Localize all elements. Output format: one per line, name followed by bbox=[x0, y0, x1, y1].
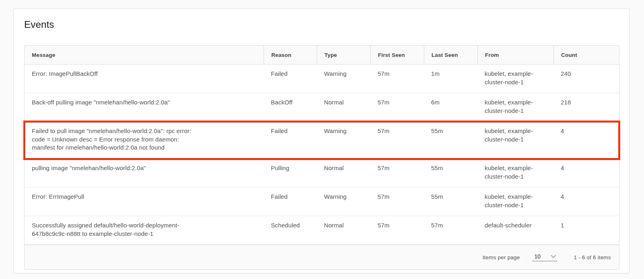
cell-first-seen: 57m bbox=[370, 159, 424, 187]
cell-from: kubelet, example-cluster-node-1 bbox=[477, 187, 553, 216]
cell-reason: Failed bbox=[264, 65, 317, 93]
column-header-from: From bbox=[477, 46, 553, 64]
table-row: Back-off pulling image "nmelehan/hello-w… bbox=[25, 93, 619, 122]
cell-first-seen: 57m bbox=[370, 187, 424, 216]
cell-message: Error: ImagePullBackOff bbox=[25, 65, 264, 93]
cell-type: Warning bbox=[317, 65, 370, 93]
cell-count: 4 bbox=[553, 187, 619, 216]
cell-first-seen: 57m bbox=[370, 93, 424, 121]
cell-type: Warning bbox=[317, 122, 370, 158]
column-header-last-seen: Last Seen bbox=[424, 46, 477, 64]
cell-message: pulling image "nmelehan/hello-world:2.0a… bbox=[25, 159, 264, 187]
cell-type: Normal bbox=[317, 216, 370, 244]
page-title: Events bbox=[24, 19, 619, 30]
cell-first-seen: 57m bbox=[370, 216, 424, 244]
cell-last-seen: 1m bbox=[424, 65, 477, 93]
cell-last-seen: 57m bbox=[424, 216, 477, 244]
cell-from: kubelet, example-cluster-node-1 bbox=[477, 159, 553, 187]
table-footer: Items per page 10 1 - 6 of 6 items bbox=[25, 245, 619, 269]
chevron-down-icon bbox=[551, 255, 556, 258]
cell-reason: Failed bbox=[264, 122, 317, 158]
cell-from: kubelet, example-cluster-node-1 bbox=[477, 122, 553, 158]
cell-count: 4 bbox=[553, 159, 619, 187]
cell-reason: Scheduled bbox=[264, 216, 317, 244]
cell-type: Normal bbox=[317, 93, 370, 121]
column-header-count: Count bbox=[553, 46, 619, 64]
column-header-message: Message bbox=[25, 46, 264, 64]
cell-message: Successfully assigned default/hello-worl… bbox=[25, 216, 264, 244]
cell-count: 240 bbox=[553, 65, 619, 93]
cell-first-seen: 57m bbox=[370, 65, 424, 93]
cell-count: 1 bbox=[553, 216, 619, 244]
table-row: Error: ErrImagePull Failed Warning 57m 5… bbox=[25, 187, 619, 216]
cell-count: 4 bbox=[553, 122, 619, 158]
table-row: Successfully assigned default/hello-worl… bbox=[25, 216, 619, 245]
cell-message: Failed to pull image "nmelehan/hello-wor… bbox=[25, 122, 264, 158]
cell-type: Warning bbox=[317, 187, 370, 216]
table-header-row: Message Reason Type First Seen Last Seen… bbox=[25, 46, 619, 65]
cell-last-seen: 55m bbox=[424, 122, 477, 158]
cell-from: default-scheduler bbox=[477, 216, 553, 244]
column-header-reason: Reason bbox=[264, 46, 317, 64]
cell-message: Error: ErrImagePull bbox=[25, 187, 264, 216]
cell-reason: Pulling bbox=[264, 159, 317, 187]
cell-count: 218 bbox=[553, 93, 619, 121]
table-row: pulling image "nmelehan/hello-world:2.0a… bbox=[25, 159, 619, 187]
cell-from: kubelet, example-cluster-node-1 bbox=[477, 93, 553, 121]
cell-message: Back-off pulling image "nmelehan/hello-w… bbox=[25, 93, 264, 121]
cell-reason: BackOff bbox=[264, 93, 317, 121]
pagination-range: 1 - 6 of 6 items bbox=[574, 254, 611, 260]
highlighted-event-row: Failed to pull image "nmelehan/hello-wor… bbox=[25, 122, 619, 159]
items-per-page-label: Items per page bbox=[483, 254, 520, 260]
items-per-page-select[interactable]: 10 bbox=[532, 253, 557, 261]
table-row: Error: ImagePullBackOff Failed Warning 5… bbox=[25, 65, 619, 93]
cell-from: kubelet, example-cluster-node-1 bbox=[477, 65, 553, 93]
column-header-first-seen: First Seen bbox=[370, 46, 424, 64]
cell-type: Normal bbox=[317, 159, 370, 187]
events-card: Events Message Reason Type First Seen La… bbox=[13, 8, 630, 273]
cell-first-seen: 57m bbox=[370, 122, 424, 158]
events-table: Message Reason Type First Seen Last Seen… bbox=[24, 45, 619, 270]
cell-reason: Failed bbox=[264, 187, 317, 216]
cell-last-seen: 6m bbox=[424, 93, 477, 121]
cell-last-seen: 55m bbox=[424, 187, 477, 216]
items-per-page-value: 10 bbox=[535, 253, 541, 260]
cell-last-seen: 55m bbox=[424, 159, 477, 187]
column-header-type: Type bbox=[317, 46, 370, 64]
